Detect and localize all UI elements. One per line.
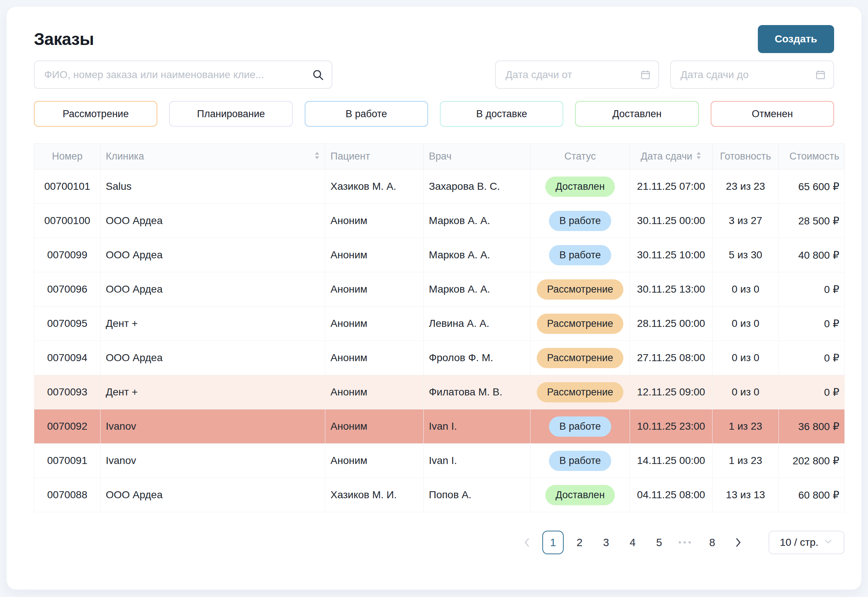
cell-number: 00700100 bbox=[34, 204, 101, 238]
status-badge: В работе bbox=[549, 416, 611, 437]
cell-readiness: 0 из 0 bbox=[712, 307, 779, 341]
cell-clinic: Дент + bbox=[101, 375, 325, 410]
status-badge: Рассмотрение bbox=[537, 382, 624, 402]
cell-cost: 0 ₽ bbox=[779, 272, 845, 307]
cell-patient: Хазиков М. А. bbox=[325, 169, 424, 204]
column-header-status: Статус bbox=[531, 144, 630, 169]
status-badge: Рассмотрение bbox=[537, 348, 624, 368]
cell-number: 0070091 bbox=[34, 444, 101, 478]
cell-readiness: 0 из 0 bbox=[712, 341, 779, 375]
table-row[interactable]: 0070094 ООО Ардеа Аноним Фролов Ф. М. Ра… bbox=[34, 341, 845, 375]
pagination-page-button[interactable]: 8 bbox=[702, 531, 723, 554]
cell-doctor: Марков А. А. bbox=[424, 238, 531, 272]
cell-clinic: Ivanov bbox=[101, 444, 325, 478]
pagination-page-button[interactable]: 5 bbox=[648, 531, 670, 554]
chevron-down-icon bbox=[823, 536, 833, 549]
cell-number: 0070096 bbox=[34, 272, 101, 307]
cell-number: 0070092 bbox=[34, 410, 101, 444]
cell-readiness: 13 из 13 bbox=[712, 478, 779, 512]
table-row[interactable]: 0070091 Ivanov Аноним Ivan I. В работе 1… bbox=[34, 444, 845, 478]
table-row[interactable]: 00700101 Salus Хазиков М. А. Захарова В.… bbox=[34, 169, 845, 204]
pagination-page-button[interactable]: 1 bbox=[542, 531, 564, 554]
cell-cost: 0 ₽ bbox=[779, 341, 845, 375]
cell-clinic: ООО Ардеа bbox=[101, 238, 325, 272]
cell-readiness: 3 из 27 bbox=[712, 204, 779, 238]
status-badge: Доставлен bbox=[545, 485, 615, 505]
status-filter-chip[interactable]: Отменен bbox=[711, 101, 834, 127]
cell-readiness: 0 из 0 bbox=[712, 272, 779, 307]
cell-cost: 65 600 ₽ bbox=[779, 169, 845, 204]
table-row[interactable]: 0070092 Ivanov Аноним Ivan I. В работе 1… bbox=[34, 410, 845, 444]
cell-doctor: Фролов Ф. М. bbox=[424, 341, 531, 375]
search-input[interactable] bbox=[34, 61, 332, 89]
status-filter-chip[interactable]: В работе bbox=[305, 101, 428, 127]
cell-status: Рассмотрение bbox=[531, 375, 630, 410]
status-filter-chip[interactable]: Доставлен bbox=[575, 101, 699, 127]
sort-icon[interactable] bbox=[696, 151, 702, 162]
cell-readiness: 23 из 23 bbox=[712, 169, 779, 204]
cell-status: Рассмотрение bbox=[531, 307, 630, 341]
cell-patient: Аноним bbox=[325, 204, 424, 238]
cell-number: 0070088 bbox=[34, 478, 101, 512]
cell-due-date: 12.11.25 09:00 bbox=[630, 375, 712, 410]
create-order-button[interactable]: Создать bbox=[758, 25, 834, 53]
cell-status: Рассмотрение bbox=[531, 341, 630, 375]
status-filter-chip[interactable]: В доставке bbox=[440, 101, 563, 127]
cell-patient: Аноним bbox=[325, 238, 424, 272]
pagination-pages: 12345•••8 bbox=[542, 531, 723, 554]
column-header-number: Номер bbox=[34, 144, 101, 169]
table-header-row: Номер Клиника Пациент Врач Статус Дата с… bbox=[34, 144, 845, 169]
cell-clinic: ООО Ардеа bbox=[101, 204, 325, 238]
cell-cost: 36 800 ₽ bbox=[779, 410, 845, 444]
cell-due-date: 10.11.25 23:00 bbox=[630, 410, 712, 444]
cell-status: В работе bbox=[531, 410, 630, 444]
page-size-select[interactable]: 10 / стр. bbox=[769, 531, 844, 554]
table-body: 00700101 Salus Хазиков М. А. Захарова В.… bbox=[34, 169, 845, 512]
orders-card: Заказы Создать bbox=[7, 7, 861, 590]
cell-status: Рассмотрение bbox=[531, 272, 630, 307]
status-filter-bar: Рассмотрение Планирование В работе В дос… bbox=[34, 101, 834, 127]
status-filter-chip[interactable]: Рассмотрение bbox=[34, 101, 157, 127]
cell-patient: Аноним bbox=[325, 272, 424, 307]
column-header-due-date[interactable]: Дата сдачи bbox=[630, 144, 712, 169]
status-filter-chip[interactable]: Планирование bbox=[169, 101, 292, 127]
pagination-page-button[interactable]: 2 bbox=[569, 531, 590, 554]
pagination-prev-button[interactable] bbox=[516, 531, 537, 554]
table-row[interactable]: 00700100 ООО Ардеа Аноним Марков А. А. В… bbox=[34, 204, 845, 238]
cell-doctor: Ivan I. bbox=[424, 410, 531, 444]
cell-due-date: 30.11.25 13:00 bbox=[630, 272, 712, 307]
cell-clinic: Ivanov bbox=[101, 410, 325, 444]
cell-number: 00700101 bbox=[34, 169, 101, 204]
table-row[interactable]: 0070095 Дент + Аноним Левина А. А. Рассм… bbox=[34, 307, 845, 341]
status-badge: Доставлен bbox=[545, 177, 615, 197]
cell-due-date: 04.11.25 08:00 bbox=[630, 478, 712, 512]
cell-patient: Аноним bbox=[325, 341, 424, 375]
cell-doctor: Филатова М. В. bbox=[424, 375, 531, 410]
pagination-page-button[interactable]: 3 bbox=[595, 531, 617, 554]
column-header-clinic[interactable]: Клиника bbox=[101, 144, 325, 169]
cell-cost: 60 800 ₽ bbox=[779, 478, 845, 512]
sort-icon[interactable] bbox=[314, 151, 320, 162]
cell-readiness: 1 из 23 bbox=[712, 410, 779, 444]
date-from-input[interactable] bbox=[495, 61, 659, 89]
date-to-input[interactable] bbox=[670, 61, 834, 89]
cell-readiness: 0 из 0 bbox=[712, 375, 779, 410]
pagination-next-button[interactable] bbox=[728, 531, 749, 554]
table-row[interactable]: 0070096 ООО Ардеа Аноним Марков А. А. Ра… bbox=[34, 272, 845, 307]
cell-status: В работе bbox=[531, 238, 630, 272]
table-row[interactable]: 0070099 ООО Ардеа Аноним Марков А. А. В … bbox=[34, 238, 845, 272]
cell-readiness: 1 из 23 bbox=[712, 444, 779, 478]
cell-status: В работе bbox=[531, 204, 630, 238]
column-header-doctor: Врач bbox=[424, 144, 531, 169]
cell-cost: 40 800 ₽ bbox=[779, 238, 845, 272]
pagination-page-button[interactable]: 4 bbox=[622, 531, 643, 554]
cell-number: 0070094 bbox=[34, 341, 101, 375]
cell-due-date: 27.11.25 08:00 bbox=[630, 341, 712, 375]
table-row[interactable]: 0070088 ООО Ардеа Хазиков М. И. Попов А.… bbox=[34, 478, 845, 512]
cell-doctor: Марков А. А. bbox=[424, 272, 531, 307]
page-title: Заказы bbox=[34, 29, 94, 49]
cell-due-date: 28.11.25 00:00 bbox=[630, 307, 712, 341]
cell-patient: Аноним bbox=[325, 444, 424, 478]
table-row[interactable]: 0070093 Дент + Аноним Филатова М. В. Рас… bbox=[34, 375, 845, 410]
cell-patient: Аноним bbox=[325, 410, 424, 444]
